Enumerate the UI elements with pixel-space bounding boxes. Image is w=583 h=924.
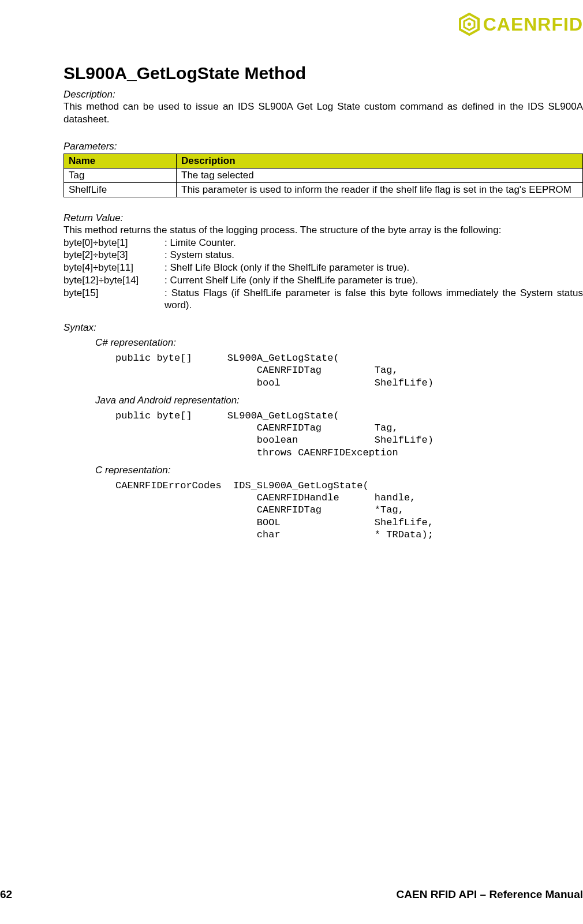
rv-val: : Shelf Life Block (only if the ShelfLif… — [165, 261, 583, 274]
table-header-row: Name Description — [64, 154, 583, 168]
param-desc: The tag selected — [177, 168, 583, 182]
code-block: CAENRFIDErrorCodes IDS_SL900A_GetLogStat… — [115, 480, 583, 541]
representation-label: Java and Android representation: — [95, 395, 583, 406]
parameters-table: Name Description Tag The tag selected Sh… — [63, 154, 583, 197]
parameters-label: Parameters: — [63, 141, 583, 152]
representation-label: C# representation: — [95, 337, 583, 349]
brand-name: CAENRFID — [483, 14, 583, 35]
footer-page-number: 62 — [0, 888, 12, 901]
param-name: Tag — [64, 168, 177, 182]
rv-key: byte[12]÷byte[14] — [63, 274, 165, 287]
description-label: Description: — [63, 89, 583, 100]
param-name: ShelfLife — [64, 182, 177, 197]
code-block: public byte[] SL900A_GetLogState( CAENRF… — [115, 352, 583, 389]
return-value-label: Return Value: — [63, 212, 583, 224]
return-value-intro: This method returns the status of the lo… — [63, 224, 583, 237]
return-value-line: byte[12]÷byte[14] : Current Shelf Life (… — [63, 274, 583, 287]
page-content: SL900A_GetLogState Method Description: T… — [63, 63, 583, 547]
rv-val: : Limite Counter. — [165, 237, 583, 249]
description-text: This method can be used to issue an IDS … — [63, 100, 583, 126]
page-title: SL900A_GetLogState Method — [63, 63, 583, 83]
rv-key: byte[15] — [63, 287, 165, 312]
syntax-block: C# representation: public byte[] SL900A_… — [63, 337, 583, 541]
representation-label: C representation: — [95, 465, 583, 476]
rv-key: byte[4]÷byte[11] — [63, 261, 165, 274]
return-value-line: byte[0]÷byte[1] : Limite Counter. — [63, 237, 583, 249]
rv-val: : System status. — [165, 249, 583, 261]
footer-title: CAEN RFID API – Reference Manual — [397, 888, 583, 901]
syntax-label: Syntax: — [63, 322, 583, 334]
col-header-description: Description — [177, 154, 583, 168]
return-value-line: byte[15] : Status Flags (if ShelfLife pa… — [63, 287, 583, 312]
svg-point-2 — [468, 23, 471, 26]
return-value-line: byte[2]÷byte[3] : System status. — [63, 249, 583, 261]
col-header-name: Name — [64, 154, 177, 168]
rv-val: : Status Flags (if ShelfLife parameter i… — [165, 287, 583, 312]
param-desc: This parameter is used to inform the rea… — [177, 182, 583, 197]
rv-key: byte[0]÷byte[1] — [63, 237, 165, 249]
return-value-line: byte[4]÷byte[11] : Shelf Life Block (onl… — [63, 261, 583, 274]
brand-hex-icon — [459, 13, 480, 36]
table-row: ShelfLife This parameter is used to info… — [64, 182, 583, 197]
rv-val: : Current Shelf Life (only if the ShelfL… — [165, 274, 583, 287]
code-block: public byte[] SL900A_GetLogState( CAENRF… — [115, 410, 583, 459]
table-row: Tag The tag selected — [64, 168, 583, 182]
brand-logo: CAENRFID — [459, 13, 583, 36]
rv-key: byte[2]÷byte[3] — [63, 249, 165, 261]
